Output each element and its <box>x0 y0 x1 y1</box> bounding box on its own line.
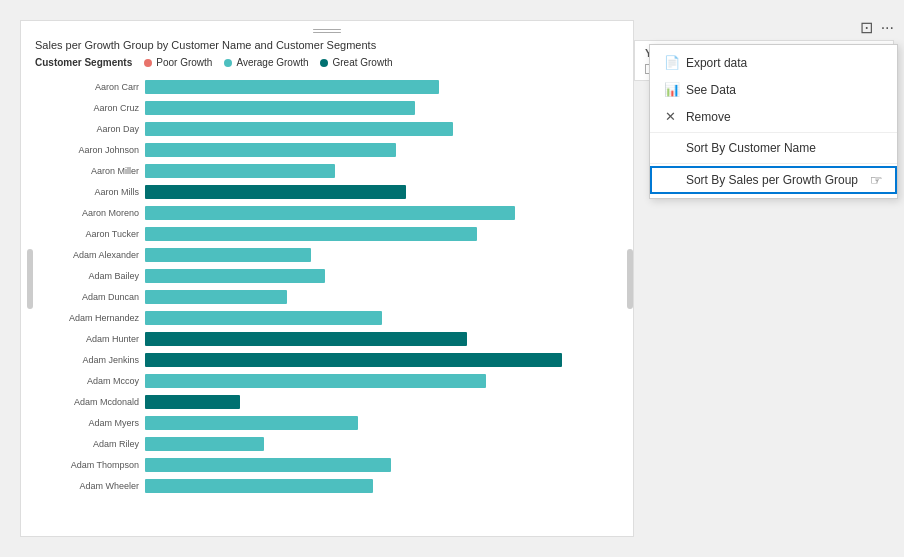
legend-dot-average <box>224 59 232 67</box>
bar-fill <box>145 332 467 346</box>
table-row: Adam Myers <box>35 413 619 433</box>
bar-label: Adam Hunter <box>35 334 145 344</box>
legend-dot-great <box>320 59 328 67</box>
bar-fill <box>145 458 391 472</box>
see-data-icon: 📊 <box>664 82 678 97</box>
bar-track <box>145 143 619 157</box>
drag-handle[interactable] <box>312 29 342 33</box>
bar-track <box>145 101 619 115</box>
bar-label: Aaron Miller <box>35 166 145 176</box>
table-row: Adam Duncan <box>35 287 619 307</box>
bar-label: Aaron Mills <box>35 187 145 197</box>
bar-track <box>145 269 619 283</box>
table-row: Aaron Tucker <box>35 224 619 244</box>
bar-fill <box>145 437 264 451</box>
bar-fill <box>145 395 240 409</box>
bar-label: Adam Riley <box>35 439 145 449</box>
bar-label: Adam Bailey <box>35 271 145 281</box>
bar-label: Aaron Tucker <box>35 229 145 239</box>
bar-fill <box>145 122 453 136</box>
bar-track <box>145 332 619 346</box>
menu-label-sort-name: Sort By Customer Name <box>686 141 816 155</box>
right-panel: ⊡ ··· Year 2015 📄 Export data 📊 See Data… <box>634 0 904 557</box>
bar-label: Aaron Johnson <box>35 145 145 155</box>
legend-great-growth: Great Growth <box>320 57 392 68</box>
table-row: Aaron Cruz <box>35 98 619 118</box>
bar-label: Adam Hernandez <box>35 313 145 323</box>
bar-track <box>145 395 619 409</box>
bar-track <box>145 437 619 451</box>
bar-label: Adam Mccoy <box>35 376 145 386</box>
chart-title: Sales per Growth Group by Customer Name … <box>35 39 376 51</box>
bar-track <box>145 185 619 199</box>
bar-fill <box>145 479 373 493</box>
bar-track <box>145 374 619 388</box>
menu-divider-2 <box>650 163 897 164</box>
scroll-right[interactable] <box>627 249 633 309</box>
menu-divider <box>650 132 897 133</box>
cursor-pointer: ☞ <box>870 172 883 188</box>
bar-track <box>145 80 619 94</box>
expand-icon[interactable]: ⊡ <box>860 20 873 36</box>
chart-legend: Customer Segments Poor Growth Average Gr… <box>35 57 393 68</box>
bar-fill <box>145 248 311 262</box>
more-options-icon[interactable]: ··· <box>881 20 894 36</box>
bar-label: Adam Myers <box>35 418 145 428</box>
table-row: Adam Mcdonald <box>35 392 619 412</box>
bar-label: Aaron Moreno <box>35 208 145 218</box>
table-row: Aaron Mills <box>35 182 619 202</box>
bar-fill <box>145 227 477 241</box>
scroll-left[interactable] <box>27 249 33 309</box>
menu-item-export[interactable]: 📄 Export data <box>650 49 897 76</box>
bar-label: Adam Jenkins <box>35 355 145 365</box>
bar-label: Adam Mcdonald <box>35 397 145 407</box>
bar-label: Aaron Cruz <box>35 103 145 113</box>
bar-fill <box>145 374 486 388</box>
table-row: Aaron Day <box>35 119 619 139</box>
legend-poor-growth: Poor Growth <box>144 57 212 68</box>
menu-item-sort-sales[interactable]: Sort By Sales per Growth Group ☞ <box>650 166 897 194</box>
bar-track <box>145 164 619 178</box>
table-row: Aaron Johnson <box>35 140 619 160</box>
menu-label-export: Export data <box>686 56 747 70</box>
bar-label: Adam Duncan <box>35 292 145 302</box>
table-row: Aaron Miller <box>35 161 619 181</box>
icons-row: ⊡ ··· <box>634 20 904 36</box>
bar-track <box>145 206 619 220</box>
bar-fill <box>145 290 287 304</box>
legend-dot-poor <box>144 59 152 67</box>
menu-label-remove: Remove <box>686 110 731 124</box>
bar-track <box>145 416 619 430</box>
table-row: Adam Wheeler <box>35 476 619 496</box>
chart-area: Aaron CarrAaron CruzAaron DayAaron Johns… <box>35 77 619 526</box>
bar-label: Adam Wheeler <box>35 481 145 491</box>
menu-label-see-data: See Data <box>686 83 736 97</box>
remove-icon: ✕ <box>664 109 678 124</box>
bar-track <box>145 479 619 493</box>
bar-fill <box>145 143 396 157</box>
bar-track <box>145 248 619 262</box>
legend-prefix: Customer Segments <box>35 57 132 68</box>
bar-fill <box>145 80 439 94</box>
bar-fill <box>145 206 515 220</box>
bar-fill <box>145 269 325 283</box>
bar-track <box>145 122 619 136</box>
bar-fill <box>145 311 382 325</box>
bar-fill <box>145 185 406 199</box>
chart-panel: Sales per Growth Group by Customer Name … <box>20 20 634 537</box>
legend-label-average: Average Growth <box>236 57 308 68</box>
export-icon: 📄 <box>664 55 678 70</box>
table-row: Adam Mccoy <box>35 371 619 391</box>
bar-track <box>145 458 619 472</box>
bar-fill <box>145 101 415 115</box>
menu-item-remove[interactable]: ✕ Remove <box>650 103 897 130</box>
menu-item-sort-name[interactable]: Sort By Customer Name <box>650 135 897 161</box>
table-row: Adam Alexander <box>35 245 619 265</box>
table-row: Adam Hunter <box>35 329 619 349</box>
menu-item-see-data[interactable]: 📊 See Data <box>650 76 897 103</box>
legend-label-great: Great Growth <box>332 57 392 68</box>
table-row: Aaron Carr <box>35 77 619 97</box>
context-menu: 📄 Export data 📊 See Data ✕ Remove Sort B… <box>649 44 898 199</box>
bar-label: Adam Alexander <box>35 250 145 260</box>
table-row: Adam Thompson <box>35 455 619 475</box>
